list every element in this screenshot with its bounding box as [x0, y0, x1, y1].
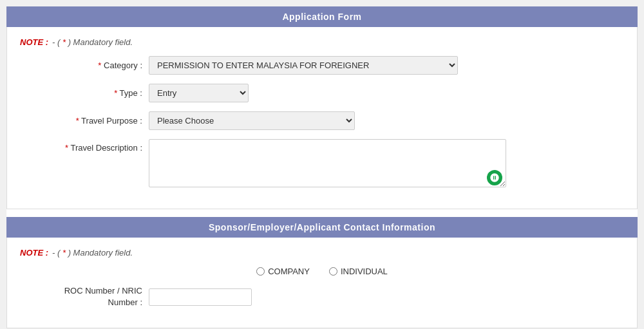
roc-input[interactable] — [149, 288, 252, 306]
sponsor-section: Sponsor/Employer/Applicant Contact Infor… — [6, 217, 638, 328]
travel-purpose-row: * Travel Purpose : Please Choose — [20, 111, 624, 130]
app-form-header: Application Form — [6, 6, 638, 27]
type-label: * Type : — [20, 88, 149, 98]
roc-row: ROC Number / NRIC Number : — [20, 285, 624, 308]
travel-purpose-select[interactable]: Please Choose — [149, 111, 355, 130]
company-radio[interactable] — [256, 267, 265, 276]
type-field: Entry — [149, 84, 624, 102]
sponsor-note: NOTE : - ( * ) Mandatory field. — [20, 248, 624, 258]
type-row: * Type : Entry — [20, 84, 624, 102]
travel-description-row: * Travel Description : — [20, 139, 624, 189]
company-label: COMPANY — [268, 267, 310, 276]
travel-purpose-label: * Travel Purpose : — [20, 116, 149, 126]
roc-label: ROC Number / NRIC Number : — [20, 285, 149, 308]
travel-description-field — [149, 139, 624, 189]
note-label: NOTE : — [20, 37, 48, 47]
sponsor-note-label: NOTE : — [20, 248, 48, 258]
category-select[interactable]: PERMISSION TO ENTER MALAYSIA FOR FOREIGN… — [149, 56, 458, 75]
individual-option[interactable]: INDIVIDUAL — [329, 267, 388, 276]
travel-description-label: * Travel Description : — [20, 139, 149, 153]
note-text: - ( * ) Mandatory field. — [52, 37, 133, 47]
company-option[interactable]: COMPANY — [256, 267, 310, 276]
travel-purpose-field: Please Choose — [149, 111, 624, 130]
textarea-wrapper — [149, 139, 506, 189]
grammarly-icon[interactable] — [487, 170, 502, 185]
app-form-note: NOTE : - ( * ) Mandatory field. — [20, 37, 624, 47]
individual-radio[interactable] — [329, 267, 337, 276]
category-field: PERMISSION TO ENTER MALAYSIA FOR FOREIGN… — [149, 56, 624, 75]
type-select[interactable]: Entry — [149, 84, 249, 102]
category-label: * Category : — [20, 61, 149, 70]
individual-label: INDIVIDUAL — [341, 267, 388, 276]
roc-field — [149, 288, 252, 306]
category-row: * Category : PERMISSION TO ENTER MALAYSI… — [20, 56, 624, 75]
sponsor-header: Sponsor/Employer/Applicant Contact Infor… — [6, 217, 638, 238]
sponsor-note-text: - ( * ) Mandatory field. — [52, 248, 133, 258]
entity-type-row: COMPANY INDIVIDUAL — [20, 267, 624, 276]
travel-description-textarea[interactable] — [149, 139, 506, 187]
